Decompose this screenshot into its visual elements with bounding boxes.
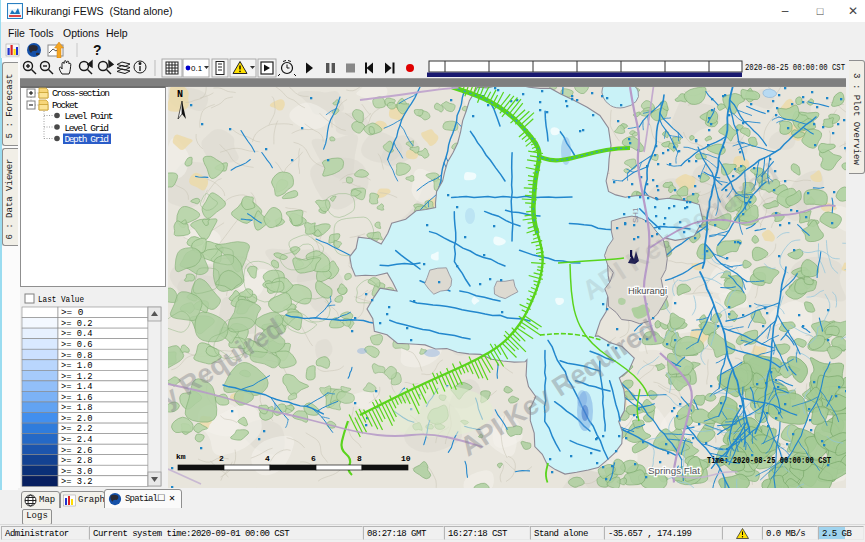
svg-text:Pocket: Pocket [52, 100, 79, 111]
svg-text:2020-08-25 00:00:00 CST: 2020-08-25 00:00:00 CST [745, 62, 845, 73]
svg-text:6: 6 [311, 454, 316, 463]
svg-text:km: km [176, 452, 186, 461]
svg-text:Last Value: Last Value [38, 294, 84, 305]
svg-text:Level Point: Level Point [65, 111, 114, 122]
svg-text:>= 1.2: >= 1.2 [61, 372, 93, 382]
svg-text:>= 1.4: >= 1.4 [61, 382, 93, 392]
svg-text:8: 8 [357, 454, 362, 463]
svg-text:>= 0.2: >= 0.2 [61, 319, 93, 329]
svg-text:SH1: SH1 [631, 207, 640, 223]
svg-text:>= 0.8: >= 0.8 [61, 351, 93, 361]
svg-text:>= 1.6: >= 1.6 [61, 393, 93, 403]
svg-text:Cross-section: Cross-section [52, 88, 110, 99]
svg-text:>= 3.0: >= 3.0 [61, 467, 93, 477]
svg-text:>= 2.2: >= 2.2 [61, 424, 93, 434]
svg-text:Level Grid: Level Grid [65, 123, 110, 134]
svg-text:>= 2.0: >= 2.0 [61, 414, 93, 424]
svg-text:>= 2.4: >= 2.4 [61, 435, 93, 445]
svg-text:?: ? [93, 42, 102, 58]
svg-text:>= 0.4: >= 0.4 [61, 329, 93, 339]
svg-text:>= 2.8: >= 2.8 [61, 456, 93, 466]
svg-text:Depth Grid: Depth Grid [65, 134, 110, 145]
svg-text:>= 1.8: >= 1.8 [61, 403, 93, 413]
svg-text:Time: 2020-08-25 00:00:00 CST: Time: 2020-08-25 00:00:00 CST [707, 456, 831, 466]
svg-text:>= 0.6: >= 0.6 [61, 340, 93, 350]
svg-text:>= 0: >= 0 [61, 308, 84, 318]
svg-text:0.1: 0.1 [191, 64, 203, 73]
svg-text:2: 2 [219, 454, 224, 463]
svg-text:10: 10 [401, 454, 411, 463]
svg-text:>= 1.0: >= 1.0 [61, 361, 93, 371]
svg-text:Springs Flat: Springs Flat [648, 465, 700, 476]
svg-text:4: 4 [265, 454, 270, 463]
svg-text:N: N [177, 89, 183, 100]
svg-text:Hikurangi: Hikurangi [628, 286, 667, 296]
svg-text:>= 3.2: >= 3.2 [61, 477, 93, 487]
svg-text:>= 2.6: >= 2.6 [61, 446, 93, 456]
